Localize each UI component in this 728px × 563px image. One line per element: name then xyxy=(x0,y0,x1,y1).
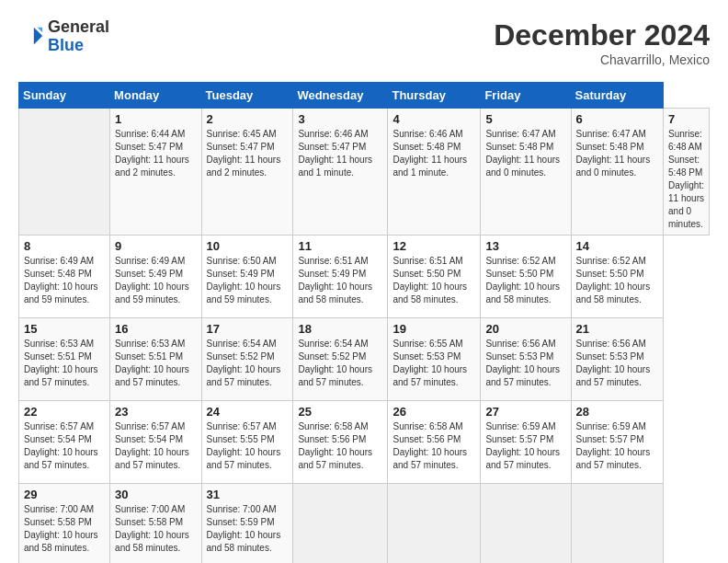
day-number: 9 xyxy=(115,239,196,253)
day-info: Sunrise: 6:47 AMSunset: 5:48 PMDaylight:… xyxy=(576,128,658,179)
title-block: December 2024 Chavarrillo, Mexico xyxy=(494,18,710,67)
weekday-header-cell: Saturday xyxy=(571,83,663,109)
day-number: 11 xyxy=(298,239,382,253)
calendar-day-cell: 3Sunrise: 6:46 AMSunset: 5:47 PMDaylight… xyxy=(293,109,388,236)
calendar-day-cell xyxy=(481,484,571,564)
calendar-day-cell: 13Sunrise: 6:52 AMSunset: 5:50 PMDayligh… xyxy=(481,236,571,318)
day-info: Sunrise: 6:50 AMSunset: 5:49 PMDaylight:… xyxy=(207,255,289,306)
calendar-day-cell: 5Sunrise: 6:47 AMSunset: 5:48 PMDaylight… xyxy=(481,109,571,236)
day-info: Sunrise: 6:47 AMSunset: 5:48 PMDaylight:… xyxy=(485,128,565,179)
day-number: 6 xyxy=(576,112,658,126)
day-number: 24 xyxy=(207,405,289,419)
day-number: 13 xyxy=(485,239,565,253)
weekday-header-row: SundayMondayTuesdayWednesdayThursdayFrid… xyxy=(19,83,710,109)
day-info: Sunrise: 6:52 AMSunset: 5:50 PMDaylight:… xyxy=(576,255,658,306)
day-number: 23 xyxy=(115,405,196,419)
day-info: Sunrise: 6:55 AMSunset: 5:53 PMDaylight:… xyxy=(392,338,475,389)
day-number: 4 xyxy=(392,112,475,126)
day-info: Sunrise: 6:44 AMSunset: 5:47 PMDaylight:… xyxy=(115,128,196,179)
calendar-day-cell: 8Sunrise: 6:49 AMSunset: 5:48 PMDaylight… xyxy=(19,236,110,318)
calendar-day-cell xyxy=(19,109,110,236)
day-info: Sunrise: 6:52 AMSunset: 5:50 PMDaylight:… xyxy=(485,255,565,306)
day-info: Sunrise: 6:51 AMSunset: 5:50 PMDaylight:… xyxy=(392,255,475,306)
day-info: Sunrise: 6:46 AMSunset: 5:48 PMDaylight:… xyxy=(392,128,475,179)
calendar-day-cell: 20Sunrise: 6:56 AMSunset: 5:53 PMDayligh… xyxy=(481,318,571,401)
day-info: Sunrise: 7:00 AMSunset: 5:58 PMDaylight:… xyxy=(24,503,105,555)
calendar-day-cell: 29Sunrise: 7:00 AMSunset: 5:58 PMDayligh… xyxy=(19,484,110,564)
day-number: 18 xyxy=(298,322,382,336)
day-number: 20 xyxy=(485,322,565,336)
day-number: 16 xyxy=(115,322,196,336)
day-info: Sunrise: 6:49 AMSunset: 5:49 PMDaylight:… xyxy=(115,255,196,306)
calendar-day-cell: 7Sunrise: 6:48 AMSunset: 5:48 PMDaylight… xyxy=(664,109,710,236)
page-header: General Blue December 2024 Chavarrillo, … xyxy=(18,18,710,67)
day-info: Sunrise: 6:59 AMSunset: 5:57 PMDaylight:… xyxy=(576,420,658,472)
day-number: 15 xyxy=(24,322,105,336)
day-number: 30 xyxy=(115,488,196,501)
day-info: Sunrise: 6:54 AMSunset: 5:52 PMDaylight:… xyxy=(207,338,289,389)
calendar-day-cell: 21Sunrise: 6:56 AMSunset: 5:53 PMDayligh… xyxy=(571,318,663,401)
day-info: Sunrise: 6:45 AMSunset: 5:47 PMDaylight:… xyxy=(207,128,289,179)
day-info: Sunrise: 6:54 AMSunset: 5:52 PMDaylight:… xyxy=(298,338,382,389)
calendar-day-cell: 23Sunrise: 6:57 AMSunset: 5:54 PMDayligh… xyxy=(110,401,201,484)
calendar-day-cell: 6Sunrise: 6:47 AMSunset: 5:48 PMDaylight… xyxy=(571,109,663,236)
calendar-day-cell: 2Sunrise: 6:45 AMSunset: 5:47 PMDaylight… xyxy=(201,109,293,236)
day-number: 7 xyxy=(668,112,704,126)
location-subtitle: Chavarrillo, Mexico xyxy=(494,52,710,67)
calendar-day-cell: 11Sunrise: 6:51 AMSunset: 5:49 PMDayligh… xyxy=(293,236,388,318)
weekday-header-cell: Sunday xyxy=(19,83,110,109)
day-number: 12 xyxy=(392,239,475,253)
weekday-header-cell: Tuesday xyxy=(201,83,293,109)
calendar-day-cell: 10Sunrise: 6:50 AMSunset: 5:49 PMDayligh… xyxy=(201,236,293,318)
calendar-day-cell: 18Sunrise: 6:54 AMSunset: 5:52 PMDayligh… xyxy=(293,318,388,401)
day-info: Sunrise: 6:59 AMSunset: 5:57 PMDaylight:… xyxy=(485,420,565,472)
day-number: 26 xyxy=(392,405,475,419)
day-number: 5 xyxy=(485,112,565,126)
calendar-day-cell xyxy=(388,484,481,564)
calendar-day-cell: 1Sunrise: 6:44 AMSunset: 5:47 PMDaylight… xyxy=(110,109,201,236)
day-number: 17 xyxy=(207,322,289,336)
calendar-day-cell: 31Sunrise: 7:00 AMSunset: 5:59 PMDayligh… xyxy=(201,484,293,564)
weekday-header-cell: Friday xyxy=(481,83,571,109)
calendar-day-cell: 12Sunrise: 6:51 AMSunset: 5:50 PMDayligh… xyxy=(388,236,481,318)
calendar-day-cell xyxy=(293,484,388,564)
day-info: Sunrise: 6:46 AMSunset: 5:47 PMDaylight:… xyxy=(298,128,382,179)
weekday-header-cell: Monday xyxy=(110,83,201,109)
calendar-week-row: 1Sunrise: 6:44 AMSunset: 5:47 PMDaylight… xyxy=(19,109,710,236)
calendar-day-cell: 4Sunrise: 6:46 AMSunset: 5:48 PMDaylight… xyxy=(388,109,481,236)
calendar-day-cell: 28Sunrise: 6:59 AMSunset: 5:57 PMDayligh… xyxy=(571,401,663,484)
calendar-day-cell: 15Sunrise: 6:53 AMSunset: 5:51 PMDayligh… xyxy=(19,318,110,401)
day-number: 3 xyxy=(298,112,382,126)
weekday-header-cell: Thursday xyxy=(388,83,481,109)
calendar-day-cell: 19Sunrise: 6:55 AMSunset: 5:53 PMDayligh… xyxy=(388,318,481,401)
day-info: Sunrise: 6:58 AMSunset: 5:56 PMDaylight:… xyxy=(298,420,382,472)
day-number: 27 xyxy=(485,405,565,419)
calendar-week-row: 8Sunrise: 6:49 AMSunset: 5:48 PMDaylight… xyxy=(19,236,710,318)
logo: General Blue xyxy=(18,18,109,55)
day-info: Sunrise: 6:53 AMSunset: 5:51 PMDaylight:… xyxy=(24,338,105,389)
day-info: Sunrise: 6:58 AMSunset: 5:56 PMDaylight:… xyxy=(392,420,475,472)
day-info: Sunrise: 6:51 AMSunset: 5:49 PMDaylight:… xyxy=(298,255,382,306)
calendar-day-cell: 26Sunrise: 6:58 AMSunset: 5:56 PMDayligh… xyxy=(388,401,481,484)
calendar-day-cell: 27Sunrise: 6:59 AMSunset: 5:57 PMDayligh… xyxy=(481,401,571,484)
logo-text: General Blue xyxy=(48,18,109,55)
day-number: 22 xyxy=(24,405,105,419)
day-number: 8 xyxy=(24,239,105,253)
day-number: 31 xyxy=(207,488,289,501)
day-info: Sunrise: 6:56 AMSunset: 5:53 PMDaylight:… xyxy=(576,338,658,389)
day-info: Sunrise: 6:57 AMSunset: 5:54 PMDaylight:… xyxy=(24,420,105,472)
day-number: 10 xyxy=(207,239,289,253)
day-info: Sunrise: 6:56 AMSunset: 5:53 PMDaylight:… xyxy=(485,338,565,389)
day-info: Sunrise: 7:00 AMSunset: 5:59 PMDaylight:… xyxy=(207,503,289,555)
calendar-day-cell: 22Sunrise: 6:57 AMSunset: 5:54 PMDayligh… xyxy=(19,401,110,484)
calendar-body: 1Sunrise: 6:44 AMSunset: 5:47 PMDaylight… xyxy=(19,109,710,564)
calendar-day-cell: 30Sunrise: 7:00 AMSunset: 5:58 PMDayligh… xyxy=(110,484,201,564)
calendar-table: SundayMondayTuesdayWednesdayThursdayFrid… xyxy=(18,82,710,563)
calendar-week-row: 15Sunrise: 6:53 AMSunset: 5:51 PMDayligh… xyxy=(19,318,710,401)
calendar-week-row: 29Sunrise: 7:00 AMSunset: 5:58 PMDayligh… xyxy=(19,484,710,564)
day-info: Sunrise: 6:57 AMSunset: 5:55 PMDaylight:… xyxy=(207,420,289,472)
day-number: 19 xyxy=(392,322,475,336)
day-number: 29 xyxy=(24,488,105,501)
calendar-week-row: 22Sunrise: 6:57 AMSunset: 5:54 PMDayligh… xyxy=(19,401,710,484)
day-number: 1 xyxy=(115,112,196,126)
